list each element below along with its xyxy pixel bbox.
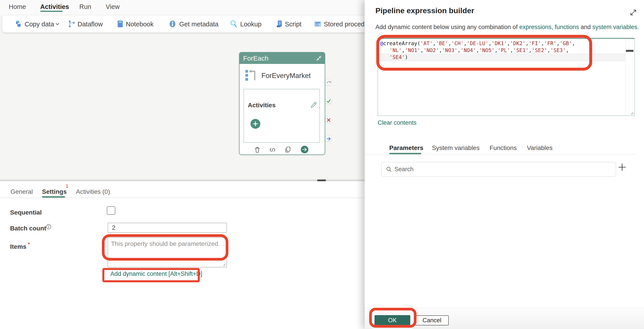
settings-error-badge: 1 bbox=[66, 183, 68, 189]
required-asterisk: * bbox=[28, 241, 30, 248]
foreach-activities-container[interactable]: Activities bbox=[244, 89, 320, 142]
tab-variables[interactable]: Variables bbox=[527, 144, 552, 152]
editor-resize-handle-icon[interactable] bbox=[630, 111, 634, 115]
completion-connector[interactable] bbox=[326, 136, 332, 142]
ok-button[interactable]: OK bbox=[374, 315, 410, 326]
failure-connector[interactable] bbox=[326, 117, 332, 123]
editor-scrollbar-thumb[interactable] bbox=[626, 50, 634, 52]
system-variables-link[interactable]: system variables. bbox=[592, 24, 639, 30]
expression-code: @createArray('AT','BE','CH','DE-LU','DK1… bbox=[378, 40, 625, 61]
resize-handle-icon[interactable] bbox=[222, 262, 226, 267]
items-input[interactable] bbox=[108, 237, 227, 267]
pipeline-expression-builder-panel: Pipeline expression builder Add dynamic … bbox=[365, 0, 644, 329]
activities-container-label: Activities bbox=[248, 102, 276, 109]
expand-panel-icon[interactable] bbox=[629, 8, 637, 16]
foreach-activity-node[interactable]: ForEach ForEveryMarket Activities bbox=[239, 52, 325, 155]
sequential-label: Sequential bbox=[10, 209, 42, 216]
tab-system-variables[interactable]: System variables bbox=[432, 144, 480, 152]
properties-panel: General Settings 1 Activities (0) Sequen… bbox=[0, 181, 365, 329]
menu-activities[interactable]: Activities bbox=[40, 3, 69, 10]
edit-activities-pencil-icon[interactable] bbox=[310, 101, 318, 109]
description-text: Add dynamic content below using any comb… bbox=[376, 24, 519, 30]
toolbar-get-metadata[interactable]: Get metadata bbox=[179, 20, 218, 28]
foreach-icon bbox=[245, 69, 258, 82]
view-code-icon[interactable] bbox=[269, 146, 276, 154]
add-dynamic-content-link[interactable]: Add dynamic content [Alt+Shift+D] bbox=[110, 270, 202, 277]
next-step-button[interactable] bbox=[301, 146, 308, 153]
add-parameter-button[interactable] bbox=[617, 162, 627, 172]
items-label: Items bbox=[10, 243, 26, 250]
foreach-node-header[interactable]: ForEach bbox=[240, 52, 325, 64]
toolbar-notebook[interactable]: Notebook bbox=[126, 20, 154, 28]
toolbar-copy-data[interactable]: Copy data bbox=[24, 20, 54, 28]
batch-count-input[interactable] bbox=[108, 223, 227, 233]
chevron-down-icon[interactable] bbox=[56, 22, 60, 26]
search-icon bbox=[386, 166, 392, 172]
tab-functions[interactable]: Functions bbox=[490, 144, 517, 152]
description-and: and bbox=[579, 24, 592, 30]
add-activity-button[interactable] bbox=[250, 119, 260, 129]
expressions-functions-link[interactable]: expressions, functions bbox=[519, 24, 579, 30]
tab-parameters[interactable]: Parameters bbox=[389, 144, 424, 152]
foreach-activity-name: ForEveryMarket bbox=[262, 72, 310, 80]
lookup-icon bbox=[230, 20, 238, 28]
toolbar-dataflow[interactable]: Dataflow bbox=[78, 20, 103, 28]
success-connector[interactable] bbox=[326, 98, 332, 104]
expression-tabs-divider bbox=[365, 154, 636, 154]
parameter-search-box bbox=[381, 162, 616, 176]
collapse-node-icon[interactable] bbox=[316, 55, 322, 61]
notebook-icon bbox=[116, 20, 124, 28]
dataflow-icon bbox=[68, 20, 76, 28]
clear-contents-link[interactable]: Clear contents bbox=[378, 119, 416, 126]
script-icon bbox=[275, 20, 283, 28]
get-metadata-icon bbox=[168, 20, 176, 28]
foreach-node-type-label: ForEach bbox=[243, 54, 268, 62]
editor-scrollbar-track bbox=[625, 39, 626, 116]
tab-divider bbox=[0, 198, 365, 198]
tab-settings[interactable]: Settings bbox=[42, 188, 66, 195]
tab-activities-count[interactable]: Activities (0) bbox=[76, 188, 110, 195]
copy-data-icon bbox=[14, 20, 22, 28]
panel-description: Add dynamic content below using any comb… bbox=[376, 24, 639, 30]
menu-home[interactable]: Home bbox=[9, 3, 26, 10]
active-menu-underline bbox=[40, 11, 62, 12]
scrollbar-thumb[interactable] bbox=[317, 180, 326, 181]
expression-editor[interactable]: @createArray('AT','BE','CH','DE-LU','DK1… bbox=[378, 38, 634, 116]
pipeline-editor: ForEach ForEveryMarket Activities bbox=[0, 0, 644, 329]
menu-view[interactable]: View bbox=[106, 3, 120, 10]
search-input[interactable] bbox=[394, 163, 611, 176]
menu-run[interactable]: Run bbox=[79, 3, 91, 10]
panel-title: Pipeline expression builder bbox=[376, 6, 474, 15]
cancel-button[interactable]: Cancel bbox=[415, 315, 449, 326]
node-action-bar bbox=[240, 146, 325, 154]
tab-general[interactable]: General bbox=[10, 188, 33, 195]
canvas-horizontal-scrollbar[interactable] bbox=[0, 180, 365, 181]
sequential-checkbox[interactable] bbox=[107, 206, 115, 215]
info-icon[interactable] bbox=[46, 224, 52, 230]
batch-count-label: Batch count bbox=[10, 225, 46, 232]
toolbar-lookup[interactable]: Lookup bbox=[240, 20, 262, 28]
delete-activity-icon[interactable] bbox=[254, 146, 261, 153]
toolbar-script[interactable]: Script bbox=[285, 20, 302, 28]
stored-procedure-icon bbox=[314, 20, 322, 28]
skip-connector[interactable] bbox=[326, 79, 332, 85]
clone-activity-icon[interactable] bbox=[284, 146, 292, 153]
